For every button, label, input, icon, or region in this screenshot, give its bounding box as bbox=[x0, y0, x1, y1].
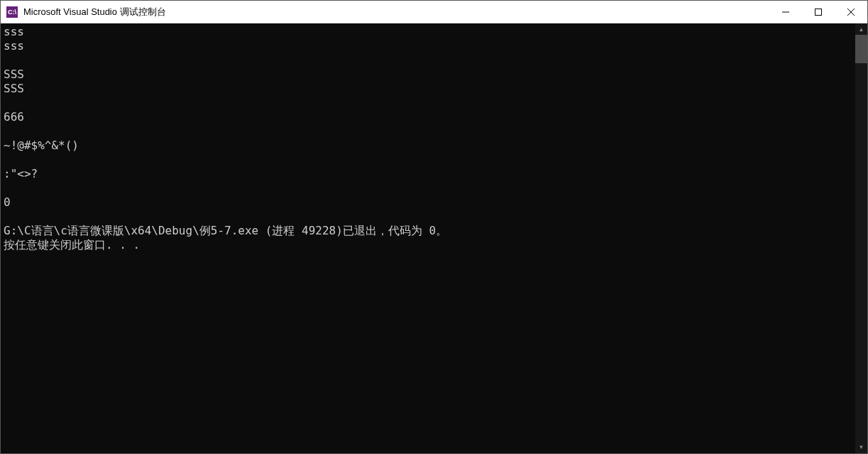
console-area: sss sss SSS SSS 666 ~!@#$%^&*() :"<>? 0 … bbox=[1, 23, 867, 453]
vertical-scrollbar[interactable]: ▲ ▼ bbox=[855, 23, 867, 453]
scroll-down-arrow-icon[interactable]: ▼ bbox=[855, 441, 867, 453]
close-button[interactable] bbox=[835, 1, 867, 23]
window-controls bbox=[769, 1, 867, 23]
scroll-up-arrow-icon[interactable]: ▲ bbox=[855, 23, 867, 36]
svg-rect-1 bbox=[815, 9, 822, 15]
window-title: Microsoft Visual Studio 调试控制台 bbox=[23, 6, 769, 18]
maximize-button[interactable] bbox=[802, 1, 835, 23]
app-icon: C:\ bbox=[6, 6, 18, 18]
close-icon bbox=[847, 9, 855, 16]
maximize-icon bbox=[815, 9, 822, 16]
minimize-icon bbox=[782, 9, 789, 16]
minimize-button[interactable] bbox=[769, 1, 802, 23]
scroll-thumb[interactable] bbox=[855, 35, 867, 63]
console-output[interactable]: sss sss SSS SSS 666 ~!@#$%^&*() :"<>? 0 … bbox=[1, 23, 855, 453]
titlebar[interactable]: C:\ Microsoft Visual Studio 调试控制台 bbox=[1, 1, 867, 23]
